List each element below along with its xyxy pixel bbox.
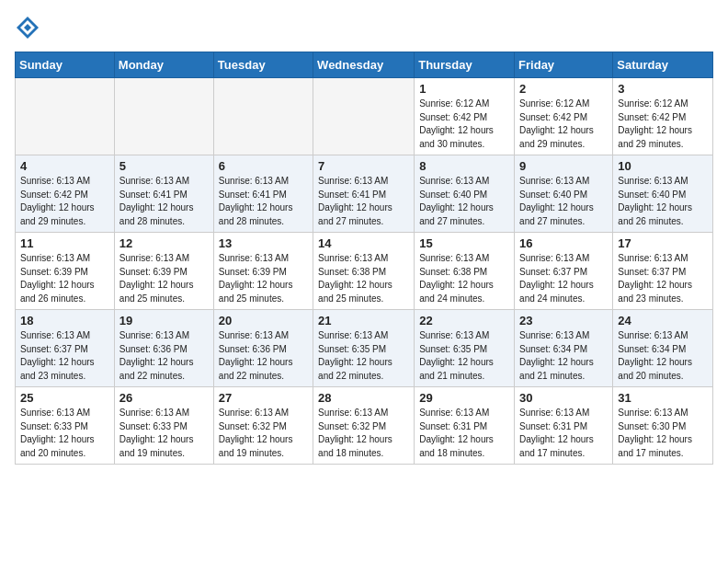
day-number: 24	[618, 314, 708, 327]
calendar-cell: 22Sunrise: 6:13 AM Sunset: 6:35 PM Dayli…	[415, 310, 515, 387]
calendar-week-4: 18Sunrise: 6:13 AM Sunset: 6:37 PM Dayli…	[16, 310, 713, 387]
calendar-body: 1Sunrise: 6:12 AM Sunset: 6:42 PM Daylig…	[16, 78, 713, 465]
calendar-cell	[313, 78, 415, 155]
calendar-cell: 29Sunrise: 6:13 AM Sunset: 6:31 PM Dayli…	[415, 387, 515, 465]
day-number: 16	[519, 236, 608, 250]
calendar-cell: 18Sunrise: 6:13 AM Sunset: 6:37 PM Dayli…	[16, 310, 115, 387]
day-info: Sunrise: 6:13 AM Sunset: 6:42 PM Dayligh…	[20, 175, 109, 228]
header-row: SundayMondayTuesdayWednesdayThursdayFrid…	[16, 52, 713, 78]
calendar-cell: 13Sunrise: 6:13 AM Sunset: 6:39 PM Dayli…	[213, 233, 313, 310]
day-number: 15	[419, 236, 509, 250]
day-info: Sunrise: 6:13 AM Sunset: 6:41 PM Dayligh…	[318, 175, 409, 228]
day-info: Sunrise: 6:13 AM Sunset: 6:41 PM Dayligh…	[119, 175, 209, 228]
calendar-cell: 17Sunrise: 6:13 AM Sunset: 6:37 PM Dayli…	[613, 233, 713, 310]
day-number: 5	[119, 159, 209, 173]
calendar-cell: 30Sunrise: 6:13 AM Sunset: 6:31 PM Dayli…	[515, 387, 613, 465]
calendar-week-5: 25Sunrise: 6:13 AM Sunset: 6:33 PM Dayli…	[16, 387, 713, 465]
day-number: 22	[419, 314, 509, 327]
day-info: Sunrise: 6:13 AM Sunset: 6:33 PM Dayligh…	[119, 407, 209, 460]
day-number: 21	[318, 314, 409, 327]
day-number: 18	[20, 314, 109, 327]
calendar-cell: 7Sunrise: 6:13 AM Sunset: 6:41 PM Daylig…	[313, 155, 415, 233]
day-number: 23	[519, 314, 608, 327]
day-info: Sunrise: 6:13 AM Sunset: 6:37 PM Dayligh…	[618, 252, 708, 305]
day-number: 10	[618, 159, 708, 173]
calendar-cell: 31Sunrise: 6:13 AM Sunset: 6:30 PM Dayli…	[613, 387, 713, 465]
calendar-header: SundayMondayTuesdayWednesdayThursdayFrid…	[16, 52, 713, 78]
col-header-saturday: Saturday	[613, 52, 713, 78]
calendar-cell: 9Sunrise: 6:13 AM Sunset: 6:40 PM Daylig…	[515, 155, 613, 233]
calendar-week-1: 1Sunrise: 6:12 AM Sunset: 6:42 PM Daylig…	[16, 78, 713, 155]
calendar-cell: 4Sunrise: 6:13 AM Sunset: 6:42 PM Daylig…	[16, 155, 115, 233]
day-info: Sunrise: 6:12 AM Sunset: 6:42 PM Dayligh…	[618, 98, 708, 151]
day-number: 12	[119, 236, 209, 250]
calendar-cell: 12Sunrise: 6:13 AM Sunset: 6:39 PM Dayli…	[114, 233, 213, 310]
col-header-sunday: Sunday	[16, 52, 115, 78]
day-info: Sunrise: 6:13 AM Sunset: 6:36 PM Dayligh…	[119, 329, 209, 383]
calendar-cell: 5Sunrise: 6:13 AM Sunset: 6:41 PM Daylig…	[114, 155, 213, 233]
calendar-cell	[16, 78, 115, 155]
day-info: Sunrise: 6:13 AM Sunset: 6:31 PM Dayligh…	[519, 407, 608, 460]
day-info: Sunrise: 6:13 AM Sunset: 6:33 PM Dayligh…	[20, 407, 109, 460]
calendar-table: SundayMondayTuesdayWednesdayThursdayFrid…	[15, 52, 713, 465]
day-number: 1	[419, 82, 509, 96]
day-info: Sunrise: 6:13 AM Sunset: 6:37 PM Dayligh…	[20, 329, 109, 383]
day-info: Sunrise: 6:13 AM Sunset: 6:38 PM Dayligh…	[318, 252, 409, 305]
col-header-monday: Monday	[114, 52, 213, 78]
col-header-tuesday: Tuesday	[213, 52, 313, 78]
day-info: Sunrise: 6:13 AM Sunset: 6:39 PM Dayligh…	[20, 252, 109, 305]
calendar-cell: 20Sunrise: 6:13 AM Sunset: 6:36 PM Dayli…	[213, 310, 313, 387]
col-header-thursday: Thursday	[415, 52, 515, 78]
calendar-cell: 8Sunrise: 6:13 AM Sunset: 6:40 PM Daylig…	[415, 155, 515, 233]
col-header-friday: Friday	[515, 52, 613, 78]
day-info: Sunrise: 6:13 AM Sunset: 6:32 PM Dayligh…	[219, 407, 308, 460]
calendar-cell: 15Sunrise: 6:13 AM Sunset: 6:38 PM Dayli…	[415, 233, 515, 310]
day-info: Sunrise: 6:13 AM Sunset: 6:31 PM Dayligh…	[419, 407, 509, 460]
calendar-cell: 19Sunrise: 6:13 AM Sunset: 6:36 PM Dayli…	[114, 310, 213, 387]
calendar-cell: 24Sunrise: 6:13 AM Sunset: 6:34 PM Dayli…	[613, 310, 713, 387]
calendar-cell: 23Sunrise: 6:13 AM Sunset: 6:34 PM Dayli…	[515, 310, 613, 387]
calendar-cell: 16Sunrise: 6:13 AM Sunset: 6:37 PM Dayli…	[515, 233, 613, 310]
day-number: 30	[519, 391, 608, 405]
day-info: Sunrise: 6:13 AM Sunset: 6:32 PM Dayligh…	[318, 407, 409, 460]
day-number: 28	[318, 391, 409, 405]
day-number: 14	[318, 236, 409, 250]
day-number: 27	[219, 391, 308, 405]
page-header	[15, 15, 713, 40]
day-info: Sunrise: 6:12 AM Sunset: 6:42 PM Dayligh…	[419, 98, 509, 151]
day-info: Sunrise: 6:12 AM Sunset: 6:42 PM Dayligh…	[519, 98, 608, 151]
day-number: 6	[219, 159, 308, 173]
calendar-cell: 21Sunrise: 6:13 AM Sunset: 6:35 PM Dayli…	[313, 310, 415, 387]
day-number: 26	[119, 391, 209, 405]
day-info: Sunrise: 6:13 AM Sunset: 6:37 PM Dayligh…	[519, 252, 608, 305]
day-number: 3	[618, 82, 708, 96]
day-info: Sunrise: 6:13 AM Sunset: 6:36 PM Dayligh…	[219, 329, 308, 383]
calendar-cell	[213, 78, 313, 155]
day-number: 17	[618, 236, 708, 250]
day-info: Sunrise: 6:13 AM Sunset: 6:34 PM Dayligh…	[519, 329, 608, 383]
col-header-wednesday: Wednesday	[313, 52, 415, 78]
day-number: 11	[20, 236, 109, 250]
calendar-cell: 28Sunrise: 6:13 AM Sunset: 6:32 PM Dayli…	[313, 387, 415, 465]
calendar-cell: 1Sunrise: 6:12 AM Sunset: 6:42 PM Daylig…	[415, 78, 515, 155]
calendar-cell: 10Sunrise: 6:13 AM Sunset: 6:40 PM Dayli…	[613, 155, 713, 233]
day-number: 19	[119, 314, 209, 327]
day-info: Sunrise: 6:13 AM Sunset: 6:34 PM Dayligh…	[618, 329, 708, 383]
day-number: 13	[219, 236, 308, 250]
day-number: 29	[419, 391, 509, 405]
day-number: 8	[419, 159, 509, 173]
calendar-cell: 26Sunrise: 6:13 AM Sunset: 6:33 PM Dayli…	[114, 387, 213, 465]
day-info: Sunrise: 6:13 AM Sunset: 6:40 PM Dayligh…	[419, 175, 509, 228]
day-number: 25	[20, 391, 109, 405]
day-info: Sunrise: 6:13 AM Sunset: 6:40 PM Dayligh…	[519, 175, 608, 228]
calendar-cell: 14Sunrise: 6:13 AM Sunset: 6:38 PM Dayli…	[313, 233, 415, 310]
calendar-cell: 2Sunrise: 6:12 AM Sunset: 6:42 PM Daylig…	[515, 78, 613, 155]
calendar-cell	[114, 78, 213, 155]
day-info: Sunrise: 6:13 AM Sunset: 6:30 PM Dayligh…	[618, 407, 708, 460]
calendar-cell: 3Sunrise: 6:12 AM Sunset: 6:42 PM Daylig…	[613, 78, 713, 155]
day-number: 9	[519, 159, 608, 173]
day-number: 4	[20, 159, 109, 173]
calendar-cell: 11Sunrise: 6:13 AM Sunset: 6:39 PM Dayli…	[16, 233, 115, 310]
day-info: Sunrise: 6:13 AM Sunset: 6:41 PM Dayligh…	[219, 175, 308, 228]
calendar-cell: 6Sunrise: 6:13 AM Sunset: 6:41 PM Daylig…	[213, 155, 313, 233]
